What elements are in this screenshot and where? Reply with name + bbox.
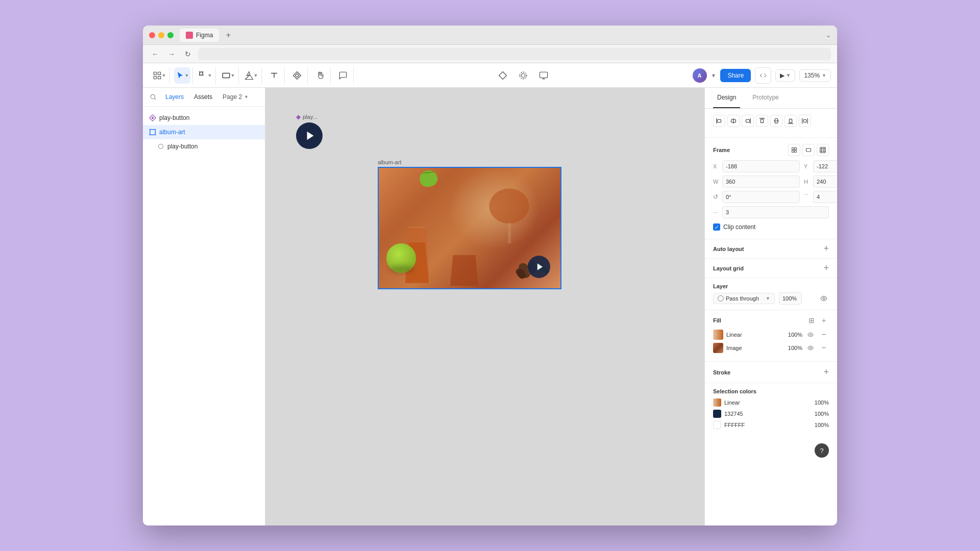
sel-ffffff-swatch[interactable] (713, 421, 721, 429)
play-button-overlay[interactable] (528, 256, 550, 278)
sel-132745-swatch[interactable] (713, 410, 721, 418)
fill-linear-remove[interactable]: − (819, 330, 829, 340)
fill-image-swatch[interactable] (713, 343, 723, 353)
w-input[interactable] (722, 176, 800, 188)
stroke-add[interactable]: + (823, 367, 829, 378)
sel-color-ffffff-row: FFFFFF 100% (713, 421, 829, 429)
blend-mode-dropdown[interactable]: Pass through ▼ (713, 293, 775, 304)
main-menu-group: ▼ (149, 67, 170, 84)
forward-button[interactable]: → (165, 48, 178, 60)
align-center-h-button[interactable] (727, 115, 740, 127)
window-controls-chevron[interactable]: ⌄ (826, 32, 831, 39)
visibility-toggle[interactable] (819, 293, 829, 304)
play-frame-label: play... (303, 114, 317, 120)
fill-add-button[interactable]: + (819, 315, 829, 325)
minimize-button[interactable] (158, 32, 164, 38)
fill-image-visibility[interactable] (805, 343, 816, 353)
layer-item-play-button-child[interactable]: play-button (143, 139, 265, 154)
share-button[interactable]: Share (720, 69, 751, 82)
figma-tab-label: Figma (196, 32, 213, 39)
help-button[interactable]: ? (815, 443, 829, 458)
svg-rect-34 (746, 119, 750, 122)
sel-linear-swatch[interactable] (713, 398, 721, 407)
layers-search-icon[interactable] (149, 93, 157, 101)
layers-tab[interactable]: Layers (161, 92, 188, 102)
refresh-button[interactable]: ↻ (182, 48, 194, 60)
fill-image-remove[interactable]: − (819, 343, 829, 353)
play-toolbar-button[interactable]: ▶ ▼ (775, 69, 795, 82)
corner-input[interactable] (813, 191, 837, 203)
frame-tool[interactable]: ▼ (197, 67, 213, 84)
user-avatar[interactable]: A (693, 68, 707, 83)
present-button[interactable] (535, 67, 552, 84)
align-right-button[interactable] (742, 115, 754, 127)
play-circle-button[interactable] (296, 122, 323, 149)
frame-clip-button[interactable] (788, 144, 800, 156)
canvas-area[interactable]: ◆ play... album-art (265, 88, 704, 525)
sel-ffffff-label: FFFFFF (724, 422, 812, 428)
rotation-input[interactable] (722, 191, 800, 203)
avatar-chevron[interactable]: ▼ (711, 72, 717, 79)
frame-resize-button[interactable] (817, 144, 829, 156)
url-bar[interactable] (198, 48, 831, 60)
figma-tab-icon (186, 32, 193, 39)
pen-tool[interactable]: ▼ (243, 67, 259, 84)
select-tool[interactable]: ▼ (174, 67, 190, 84)
layer-item-album-art[interactable]: album-art (143, 125, 265, 139)
comment-tool[interactable] (335, 67, 351, 84)
close-button[interactable] (149, 32, 155, 38)
zoom-control[interactable]: 135% ▼ (799, 69, 831, 82)
fill-grid-button[interactable]: ⊞ (806, 315, 817, 325)
prototype-tab[interactable]: Prototype (748, 88, 782, 108)
hand-tool[interactable] (312, 67, 328, 84)
clip-content-checkbox[interactable] (713, 223, 720, 231)
h-label: H (804, 179, 811, 185)
code-view-button[interactable] (755, 67, 771, 84)
svg-rect-0 (154, 72, 156, 74)
align-top-button[interactable] (756, 115, 768, 127)
align-bottom-button[interactable] (785, 115, 797, 127)
page-selector[interactable]: Page 2 ▼ (218, 92, 253, 102)
fill-linear-visibility[interactable] (805, 330, 816, 340)
frame-view-button[interactable] (802, 144, 815, 156)
page-chevron: ▼ (244, 94, 249, 99)
figma-tab[interactable]: Figma (180, 29, 219, 42)
frame-label: Frame (713, 144, 829, 156)
x-input[interactable] (722, 160, 800, 172)
opacity-input[interactable] (779, 292, 802, 305)
stroke-label: Stroke (713, 369, 730, 375)
round-glass (489, 188, 530, 224)
album-art-frame[interactable]: 360 × 240 ↗ (378, 167, 561, 289)
stroke-count-field: ··· (713, 206, 829, 218)
main-menu-button[interactable]: ▼ (151, 67, 167, 84)
y-input[interactable] (813, 160, 837, 172)
text-tool[interactable] (266, 67, 282, 84)
h-input[interactable] (813, 176, 837, 188)
new-tab-button[interactable]: + (223, 30, 233, 40)
small-glass (450, 255, 478, 286)
rectangle-tool[interactable]: ▼ (220, 67, 236, 84)
maximize-button[interactable] (167, 32, 174, 38)
browser-window: Figma + ⌄ ← → ↻ ▼ (143, 26, 837, 525)
auto-layout-add[interactable]: + (823, 243, 829, 254)
auto-layout-section: Auto layout + (705, 239, 837, 259)
assets-tab[interactable]: Assets (190, 92, 216, 102)
svg-point-57 (810, 347, 812, 349)
comment-tool-group (333, 67, 354, 84)
layer-item-play-button[interactable]: play-button (143, 111, 265, 125)
layout-grid-add[interactable]: + (823, 263, 829, 273)
svg-rect-30 (718, 119, 721, 122)
circle-icon (157, 143, 164, 150)
fill-linear-swatch[interactable] (713, 330, 723, 340)
back-button[interactable]: ← (149, 48, 161, 60)
play-button-floating: ◆ play... (296, 113, 323, 149)
stroke-count-input[interactable] (722, 206, 829, 218)
design-tab[interactable]: Design (713, 88, 740, 108)
align-left-button[interactable] (713, 115, 725, 127)
components-button[interactable] (495, 67, 511, 84)
svg-rect-40 (789, 119, 792, 123)
align-center-v-button[interactable] (770, 115, 782, 127)
dark-mode-button[interactable] (515, 67, 531, 84)
distribute-h-button[interactable] (799, 115, 811, 127)
component-tool[interactable] (289, 67, 305, 84)
